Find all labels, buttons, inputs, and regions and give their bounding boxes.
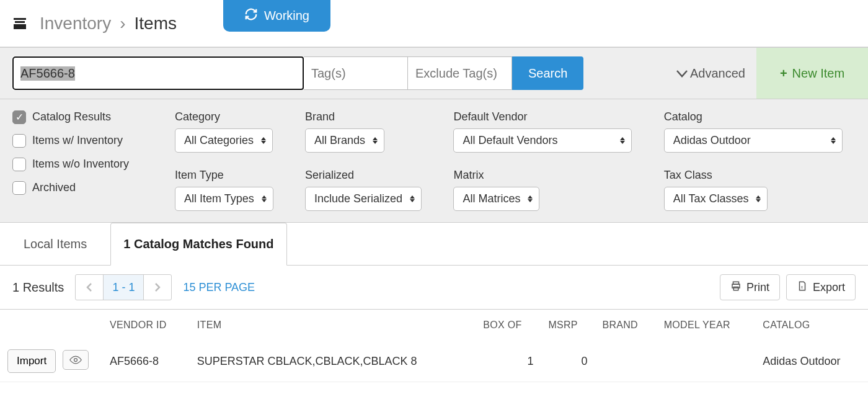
print-icon — [730, 280, 742, 295]
new-item-label: New Item — [792, 66, 844, 81]
filter-item-type: Item Type All Item Types — [175, 169, 285, 211]
checkbox-label: Catalog Results — [32, 110, 111, 123]
pager-range[interactable]: 1 - 1 — [103, 275, 144, 300]
breadcrumb: Inventory › Items — [40, 14, 177, 34]
filters-panel: Catalog Results Items w/ Inventory Items… — [0, 99, 868, 223]
filter-default-vendor: Default Vendor All Default Vendors — [453, 110, 644, 153]
filter-label: Matrix — [453, 169, 644, 182]
filter-label: Item Type — [175, 169, 285, 182]
list-toolbar: 1 Results 1 - 1 15 PER PAGE Print x Expo… — [0, 266, 868, 310]
plus-icon: + — [780, 66, 787, 81]
list-toolbar-left: 1 Results 1 - 1 15 PER PAGE — [12, 274, 255, 300]
filter-label: Category — [175, 110, 285, 123]
col-item[interactable]: ITEM — [190, 310, 476, 341]
filter-tax-class: Tax Class All Tax Classes — [664, 169, 854, 211]
col-catalog[interactable]: CATALOG — [755, 310, 868, 341]
cell-catalog: Adidas Outdoor — [755, 341, 868, 382]
filter-selects: Category All Categories Brand All Brands… — [161, 99, 868, 222]
matrix-select[interactable]: All Matrices — [453, 187, 539, 211]
checkbox-icon — [12, 181, 26, 195]
tab-catalog-matches[interactable]: 1 Catalog Matches Found — [110, 223, 286, 266]
print-button[interactable]: Print — [720, 274, 780, 300]
export-label: Export — [813, 281, 845, 294]
new-item-button[interactable]: + New Item — [756, 48, 868, 99]
filter-label: Default Vendor — [453, 110, 644, 123]
tax-class-select[interactable]: All Tax Classes — [664, 187, 768, 211]
cell-model-year — [657, 341, 756, 382]
sort-icon — [620, 137, 625, 144]
checkbox-items-without-inventory[interactable]: Items w/o Inventory — [12, 158, 149, 171]
serialized-select[interactable]: Include Serialized — [305, 187, 422, 211]
filter-label: Tax Class — [664, 169, 854, 182]
col-model-year[interactable]: MODEL YEAR — [657, 310, 756, 341]
tab-local-items[interactable]: Local Items — [11, 223, 99, 265]
export-icon: x — [797, 280, 808, 295]
pager-prev[interactable] — [76, 275, 103, 300]
checkbox-label: Archived — [32, 181, 76, 194]
svg-point-7 — [74, 359, 78, 362]
search-bar: Search — [0, 48, 665, 99]
col-vendor-id[interactable]: VENDOR ID — [102, 310, 190, 341]
print-label: Print — [746, 281, 769, 294]
col-box-of[interactable]: BOX OF — [476, 310, 541, 341]
col-brand[interactable]: BRAND — [595, 310, 656, 341]
table-row: Import AF5666-8 SUPERSTAR CBLACK,CBLACK,… — [0, 341, 868, 382]
svg-text:x: x — [801, 284, 804, 289]
checkbox-items-with-inventory[interactable]: Items w/ Inventory — [12, 134, 149, 148]
breadcrumb-current: Items — [135, 14, 177, 34]
checkbox-catalog-results[interactable]: Catalog Results — [12, 110, 149, 124]
sort-icon — [756, 195, 761, 202]
sort-icon — [262, 195, 267, 202]
page-header: Inventory › Items Working — [0, 0, 868, 47]
breadcrumb-root[interactable]: Inventory — [40, 14, 111, 34]
vendor-select[interactable]: All Default Vendors — [453, 128, 632, 153]
item-type-select[interactable]: All Item Types — [175, 187, 273, 211]
per-page-select[interactable]: 15 PER PAGE — [183, 281, 255, 294]
search-input[interactable] — [12, 56, 304, 90]
sort-icon — [261, 137, 266, 144]
chevron-down-icon — [676, 66, 688, 81]
refresh-icon — [244, 7, 258, 24]
filter-checkbox-list: Catalog Results Items w/ Inventory Items… — [0, 99, 161, 222]
filter-label: Serialized — [305, 169, 433, 182]
svg-rect-1 — [15, 21, 25, 23]
eye-icon — [69, 356, 82, 364]
import-button[interactable]: Import — [7, 349, 56, 373]
cell-msrp: 0 — [541, 341, 595, 382]
catalog-select[interactable]: Adidas Outdoor — [664, 128, 843, 153]
svg-rect-2 — [14, 24, 26, 29]
filter-matrix: Matrix All Matrices — [453, 169, 644, 211]
filter-label: Brand — [305, 110, 433, 123]
chevron-right-icon — [154, 282, 161, 292]
preview-button[interactable] — [63, 350, 89, 370]
cell-brand — [595, 341, 656, 382]
checkbox-label: Items w/ Inventory — [32, 134, 123, 147]
chevron-right-icon: › — [120, 14, 125, 34]
pager-next[interactable] — [144, 275, 171, 300]
search-button[interactable]: Search — [512, 56, 583, 90]
pager: 1 - 1 — [75, 274, 172, 300]
sort-icon — [831, 137, 836, 144]
filter-serialized: Serialized Include Serialized — [305, 169, 433, 211]
category-select[interactable]: All Categories — [175, 128, 273, 153]
brand-select[interactable]: All Brands — [305, 128, 384, 153]
sort-icon — [373, 137, 378, 144]
checkbox-label: Items w/o Inventory — [32, 158, 129, 171]
export-button[interactable]: x Export — [786, 274, 856, 300]
advanced-label: Advanced — [690, 66, 745, 81]
advanced-toggle[interactable]: Advanced — [665, 48, 756, 99]
results-count: 1 Results — [12, 280, 64, 295]
cell-box-of: 1 — [476, 341, 541, 382]
tags-input[interactable] — [304, 56, 408, 90]
sort-icon — [410, 195, 415, 202]
filter-label: Catalog — [664, 110, 854, 123]
table-header-row: VENDOR ID ITEM BOX OF MSRP BRAND MODEL Y… — [0, 310, 868, 341]
col-msrp[interactable]: MSRP — [541, 310, 595, 341]
checkbox-archived[interactable]: Archived — [12, 181, 149, 195]
list-toolbar-right: Print x Export — [720, 274, 856, 300]
result-tabs: Local Items 1 Catalog Matches Found — [0, 223, 868, 266]
filter-catalog: Catalog Adidas Outdoor — [664, 110, 854, 153]
exclude-tags-input[interactable] — [408, 56, 512, 90]
cell-vendor-id: AF5666-8 — [102, 341, 190, 382]
checkbox-icon — [12, 158, 26, 171]
